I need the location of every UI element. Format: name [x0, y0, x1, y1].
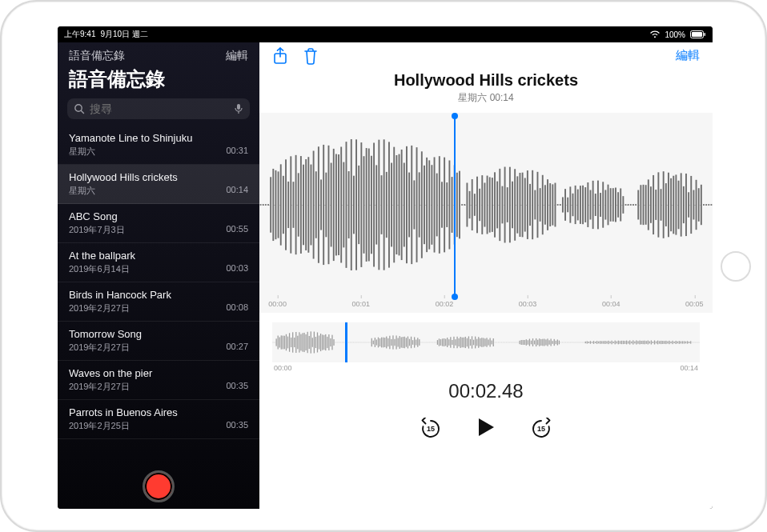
svg-rect-1: [692, 32, 702, 37]
recording-item-date: 2019年7月3日: [69, 224, 125, 236]
tick-label: 00:04: [602, 300, 620, 308]
current-time: 00:02.48: [259, 380, 713, 402]
recording-item[interactable]: Birds in Hancock Park 2019年2月27日 00:08: [58, 282, 259, 322]
skip-forward-button[interactable]: 15: [529, 417, 553, 441]
tick-label: 00:01: [352, 300, 371, 308]
recording-item-date: 星期六: [69, 185, 95, 197]
status-date: 9月10日 週二: [100, 29, 147, 40]
recording-title[interactable]: Hollywood Hills crickets: [259, 71, 713, 90]
tick-label: 00:03: [519, 300, 537, 308]
sidebar-title: 語音備忘錄: [58, 65, 259, 98]
skip-back-button[interactable]: 15: [419, 417, 443, 441]
overview-start-label: 00:00: [274, 364, 292, 372]
recording-item-duration: 00:35: [226, 420, 248, 432]
recording-item[interactable]: Tomorrow Song 2019年2月27日 00:27: [58, 322, 259, 361]
search-input[interactable]: [90, 102, 234, 115]
recording-item-title: Hollywood Hills crickets: [69, 171, 248, 183]
detail-pane: 編輯 Hollywood Hills crickets 星期六 00:14 00…: [259, 42, 713, 509]
recording-item-title: ABC Song: [69, 210, 248, 222]
recording-item-duration: 00:08: [226, 302, 248, 314]
svg-line-4: [81, 110, 83, 113]
sidebar-nav-label[interactable]: 語音備忘錄: [69, 49, 125, 63]
skip-forward-seconds: 15: [537, 425, 545, 433]
recording-item-date: 2019年2月27日: [69, 342, 130, 354]
recording-item-title: Tomorrow Song: [69, 328, 248, 340]
recording-subtitle: 星期六 00:14: [259, 91, 713, 105]
recording-item-title: Waves on the pier: [69, 367, 248, 379]
recording-item-duration: 00:03: [226, 263, 248, 275]
battery-icon: [690, 30, 706, 38]
sidebar: 語音備忘錄 編輯 語音備忘錄 Yamanote Line to Shinjuku…: [58, 42, 259, 509]
recording-item-date: 2019年2月25日: [69, 420, 130, 432]
recording-item[interactable]: At the ballpark 2019年6月14日 00:03: [58, 243, 259, 282]
tick-label: 00:02: [436, 300, 454, 308]
home-button[interactable]: [721, 251, 751, 282]
recording-item-duration: 00:35: [226, 381, 248, 393]
recording-item-duration: 00:14: [226, 185, 248, 197]
sidebar-edit-button[interactable]: 編輯: [226, 49, 248, 63]
recordings-list: Yamanote Line to Shinjuku 星期六 00:31Holly…: [58, 126, 259, 509]
status-battery-text: 100%: [665, 30, 685, 39]
recording-item[interactable]: Yamanote Line to Shinjuku 星期六 00:31: [58, 126, 259, 165]
recording-item[interactable]: Waves on the pier 2019年2月27日 00:35: [58, 361, 259, 400]
screen: 上午9:41 9月10日 週二 100% 語音備忘錄 編輯 語音備忘: [58, 26, 713, 509]
playhead-overview[interactable]: [345, 322, 347, 362]
waveform-main[interactable]: 00:0000:0100:0200:0300:0400:05: [259, 113, 713, 313]
ipad-frame: 上午9:41 9月10日 週二 100% 語音備忘錄 編輯 語音備忘: [0, 0, 767, 532]
recording-item-title: Parrots in Buenos Aires: [69, 406, 248, 418]
recording-item-date: 2019年2月27日: [69, 381, 130, 393]
dictation-icon[interactable]: [234, 103, 243, 114]
play-button[interactable]: [476, 417, 496, 441]
tick-label: 00:05: [685, 300, 704, 308]
playhead-main[interactable]: [454, 116, 456, 297]
recording-item[interactable]: ABC Song 2019年7月3日 00:55: [58, 204, 259, 243]
recording-item-title: At the ballpark: [69, 250, 248, 262]
skip-back-seconds: 15: [427, 425, 435, 433]
record-button[interactable]: [143, 470, 175, 502]
recording-item-date: 2019年6月14日: [69, 263, 130, 275]
recording-item-date: 2019年2月27日: [69, 302, 130, 314]
search-icon: [74, 103, 85, 114]
detail-edit-button[interactable]: 編輯: [676, 48, 700, 63]
status-bar: 上午9:41 9月10日 週二 100%: [58, 26, 713, 42]
overview-end-label: 00:14: [680, 364, 698, 372]
recording-item-title: Yamanote Line to Shinjuku: [69, 132, 248, 144]
recording-item[interactable]: Hollywood Hills crickets 星期六 00:14: [58, 165, 259, 204]
recording-item-date: 星期六: [69, 146, 95, 158]
recording-item-duration: 00:31: [226, 146, 248, 158]
recording-item-duration: 00:27: [226, 342, 248, 354]
tick-label: 00:00: [268, 300, 287, 308]
svg-rect-5: [237, 104, 240, 110]
recording-item-title: Birds in Hancock Park: [69, 289, 248, 301]
transport-controls: 15 15: [259, 417, 713, 441]
waveform-overview[interactable]: [272, 322, 700, 362]
recording-item[interactable]: Parrots in Buenos Aires 2019年2月25日 00:35: [58, 400, 259, 439]
trash-icon[interactable]: [303, 47, 319, 63]
recording-item-duration: 00:55: [226, 224, 248, 236]
waveform-time-ticks: 00:0000:0100:0200:0300:0400:05: [259, 300, 713, 311]
share-icon[interactable]: [272, 47, 288, 63]
svg-rect-2: [705, 33, 706, 36]
search-field[interactable]: [67, 98, 250, 119]
detail-toolbar: 編輯: [259, 42, 713, 68]
status-time: 上午9:41: [64, 29, 95, 40]
wifi-icon: [650, 30, 660, 38]
